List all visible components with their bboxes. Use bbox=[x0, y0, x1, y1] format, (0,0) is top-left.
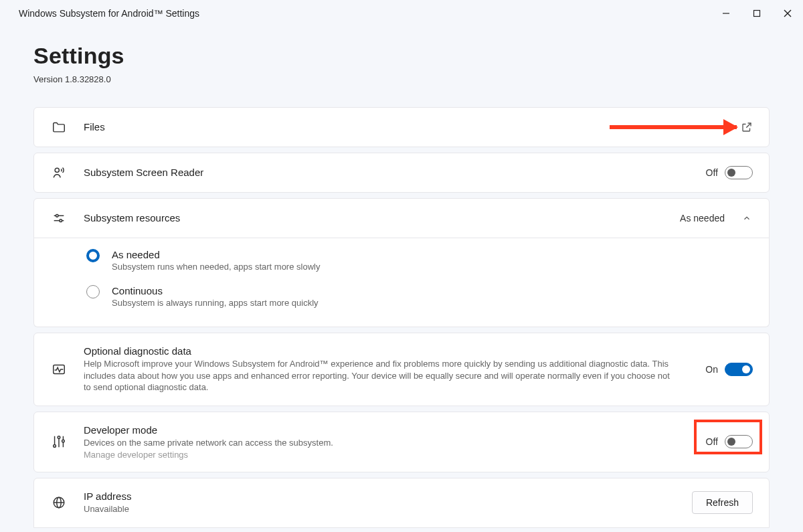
option-as-needed-title: As needed bbox=[112, 249, 320, 260]
annotation-arrow bbox=[610, 125, 737, 129]
minimize-icon bbox=[722, 9, 730, 17]
refresh-button[interactable]: Refresh bbox=[692, 491, 753, 514]
screen-reader-state: Off bbox=[706, 167, 718, 178]
screen-reader-toggle[interactable] bbox=[725, 166, 753, 179]
settings-list: Files Subsystem Screen Reader Off Subsys… bbox=[0, 96, 803, 528]
maximize-button[interactable] bbox=[741, 0, 772, 27]
window-controls bbox=[711, 0, 803, 27]
option-continuous-desc: Subsystem is always running, apps start … bbox=[112, 298, 319, 308]
sliders-icon bbox=[49, 211, 69, 226]
svg-point-8 bbox=[60, 219, 62, 222]
diagnostic-toggle[interactable] bbox=[725, 363, 753, 376]
devmode-title: Developer mode bbox=[84, 424, 691, 436]
developer-mode-row[interactable]: Developer mode Devices on the same priva… bbox=[33, 412, 770, 473]
open-external-icon[interactable] bbox=[741, 121, 753, 133]
resources-option-as-needed[interactable]: As needed Subsystem runs when needed, ap… bbox=[49, 242, 753, 278]
page-title: Settings bbox=[33, 43, 770, 69]
radio-selected-icon bbox=[86, 249, 100, 262]
folder-icon bbox=[49, 120, 69, 135]
screen-reader-label: Subsystem Screen Reader bbox=[84, 167, 691, 178]
resources-option-continuous[interactable]: Continuous Subsystem is always running, … bbox=[49, 278, 753, 315]
ip-title: IP address bbox=[84, 491, 677, 502]
page-header: Settings Version 1.8.32828.0 bbox=[0, 27, 803, 96]
resources-label: Subsystem resources bbox=[84, 212, 665, 224]
resources-options-panel: As needed Subsystem runs when needed, ap… bbox=[33, 233, 770, 327]
ip-address-row[interactable]: IP address Unavailable Refresh bbox=[33, 478, 770, 528]
resources-summary: As needed bbox=[680, 213, 725, 224]
svg-point-10 bbox=[54, 445, 56, 448]
svg-rect-1 bbox=[754, 11, 760, 17]
diagnostic-state: On bbox=[705, 364, 718, 375]
close-button[interactable] bbox=[772, 0, 803, 27]
activity-icon bbox=[49, 362, 69, 377]
close-icon bbox=[784, 9, 792, 17]
screen-reader-row[interactable]: Subsystem Screen Reader Off bbox=[33, 153, 770, 193]
resources-row[interactable]: Subsystem resources As needed bbox=[33, 198, 770, 238]
option-continuous-title: Continuous bbox=[112, 285, 319, 296]
ip-desc: Unavailable bbox=[84, 503, 677, 515]
title-bar: Windows Subsystem for Android™ Settings bbox=[0, 0, 803, 27]
window-title: Windows Subsystem for Android™ Settings bbox=[19, 8, 199, 19]
devmode-toggle[interactable] bbox=[725, 435, 753, 448]
version-text: Version 1.8.32828.0 bbox=[33, 74, 770, 84]
diagnostic-data-row[interactable]: Optional diagnostic data Help Microsoft … bbox=[33, 333, 770, 406]
screen-reader-icon bbox=[49, 165, 69, 180]
tools-icon bbox=[49, 434, 69, 449]
radio-unselected-icon bbox=[86, 285, 100, 298]
diagnostic-desc: Help Microsoft improve your Windows Subs… bbox=[84, 358, 673, 393]
chevron-up-icon bbox=[741, 212, 753, 224]
globe-icon bbox=[49, 495, 69, 510]
svg-point-6 bbox=[56, 215, 58, 217]
files-row[interactable]: Files bbox=[33, 107, 770, 147]
minimize-button[interactable] bbox=[711, 0, 741, 27]
option-as-needed-desc: Subsystem runs when needed, apps start m… bbox=[112, 262, 320, 272]
devmode-state: Off bbox=[706, 436, 718, 447]
devmode-manage-link[interactable]: Manage developer settings bbox=[84, 450, 691, 460]
svg-point-4 bbox=[55, 168, 59, 172]
maximize-icon bbox=[753, 9, 761, 17]
diagnostic-title: Optional diagnostic data bbox=[84, 345, 691, 357]
svg-point-12 bbox=[62, 440, 65, 443]
devmode-desc: Devices on the same private network can … bbox=[84, 437, 691, 449]
svg-point-11 bbox=[58, 436, 60, 439]
